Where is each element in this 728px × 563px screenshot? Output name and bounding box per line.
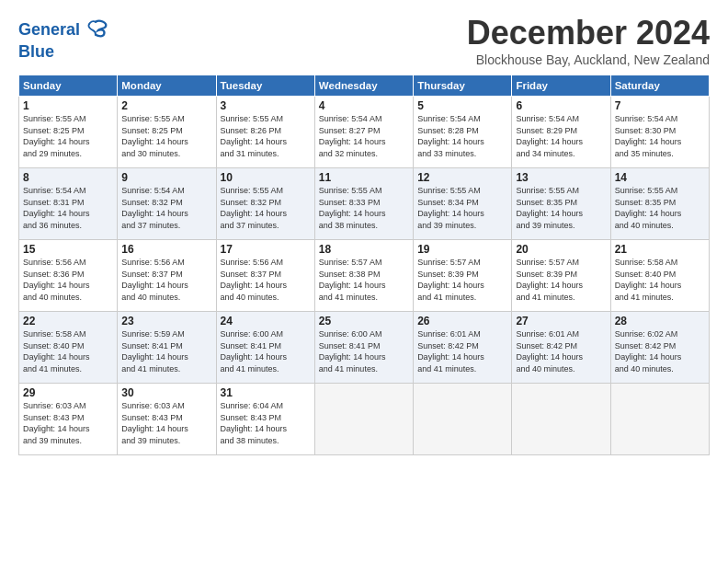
calendar-day-cell: 1Sunrise: 5:55 AMSunset: 8:25 PMDaylight…	[19, 97, 118, 168]
calendar-day-cell: 3Sunrise: 5:55 AMSunset: 8:26 PMDaylight…	[216, 97, 314, 168]
day-number: 18	[319, 243, 409, 256]
calendar-day-cell: 20Sunrise: 5:57 AMSunset: 8:39 PMDayligh…	[512, 240, 610, 312]
calendar-day-cell: 26Sunrise: 6:01 AMSunset: 8:42 PMDayligh…	[414, 312, 512, 384]
day-info: Sunrise: 5:54 AMSunset: 8:30 PMDaylight:…	[615, 113, 705, 159]
day-number: 29	[23, 386, 113, 399]
day-info: Sunrise: 6:02 AMSunset: 8:42 PMDaylight:…	[615, 328, 705, 374]
day-number: 30	[121, 386, 211, 399]
day-info: Sunrise: 5:55 AMSunset: 8:33 PMDaylight:…	[319, 185, 409, 231]
calendar-week-row: 15Sunrise: 5:56 AMSunset: 8:36 PMDayligh…	[19, 240, 710, 312]
page: General Blue December 2024 Blockhouse Ba…	[0, 0, 728, 563]
calendar-day-cell: 29Sunrise: 6:03 AMSunset: 8:43 PMDayligh…	[19, 384, 118, 455]
day-of-week-header: Thursday	[414, 75, 512, 97]
day-number: 21	[615, 243, 705, 256]
day-info: Sunrise: 5:55 AMSunset: 8:35 PMDaylight:…	[516, 185, 606, 231]
calendar-day-cell: 17Sunrise: 5:56 AMSunset: 8:37 PMDayligh…	[216, 240, 314, 312]
logo: General Blue	[18, 17, 108, 62]
title-block: December 2024 Blockhouse Bay, Auckland, …	[467, 14, 710, 67]
calendar-day-cell: 15Sunrise: 5:56 AMSunset: 8:36 PMDayligh…	[19, 240, 118, 312]
calendar-day-cell: 19Sunrise: 5:57 AMSunset: 8:39 PMDayligh…	[414, 240, 512, 312]
day-number: 22	[23, 315, 113, 327]
day-info: Sunrise: 5:55 AMSunset: 8:32 PMDaylight:…	[221, 185, 311, 231]
day-info: Sunrise: 5:55 AMSunset: 8:34 PMDaylight:…	[417, 185, 507, 231]
day-of-week-row: SundayMondayTuesdayWednesdayThursdayFrid…	[19, 75, 710, 97]
day-of-week-header: Friday	[512, 75, 610, 97]
calendar-day-cell: 25Sunrise: 6:00 AMSunset: 8:41 PMDayligh…	[314, 312, 413, 384]
day-number: 9	[121, 171, 211, 184]
day-info: Sunrise: 6:03 AMSunset: 8:43 PMDaylight:…	[121, 400, 211, 446]
day-number: 7	[615, 99, 705, 112]
day-number: 17	[221, 243, 311, 256]
calendar-day-cell: 31Sunrise: 6:04 AMSunset: 8:43 PMDayligh…	[216, 384, 314, 455]
day-info: Sunrise: 5:57 AMSunset: 8:39 PMDaylight:…	[516, 257, 606, 303]
day-number: 6	[516, 99, 606, 112]
calendar-day-cell	[314, 384, 413, 455]
day-info: Sunrise: 6:01 AMSunset: 8:42 PMDaylight:…	[516, 328, 606, 374]
day-number: 31	[221, 386, 311, 399]
day-number: 14	[615, 171, 705, 184]
day-info: Sunrise: 5:54 AMSunset: 8:28 PMDaylight:…	[417, 113, 507, 159]
day-number: 24	[221, 315, 311, 327]
day-number: 26	[417, 315, 507, 327]
day-of-week-header: Tuesday	[216, 75, 314, 97]
calendar-day-cell	[414, 384, 512, 455]
day-number: 15	[23, 243, 113, 256]
header: General Blue December 2024 Blockhouse Ba…	[18, 14, 710, 67]
calendar-week-row: 8Sunrise: 5:54 AMSunset: 8:31 PMDaylight…	[19, 168, 710, 240]
day-number: 11	[319, 171, 409, 184]
day-info: Sunrise: 5:55 AMSunset: 8:25 PMDaylight:…	[121, 113, 211, 159]
month-title: December 2024	[467, 14, 710, 52]
calendar-day-cell: 16Sunrise: 5:56 AMSunset: 8:37 PMDayligh…	[118, 240, 216, 312]
day-number: 25	[319, 315, 409, 327]
day-info: Sunrise: 5:57 AMSunset: 8:39 PMDaylight:…	[417, 257, 507, 303]
calendar-week-row: 22Sunrise: 5:58 AMSunset: 8:40 PMDayligh…	[19, 312, 710, 384]
day-number: 27	[516, 315, 606, 327]
day-number: 3	[221, 99, 311, 112]
calendar-day-cell: 23Sunrise: 5:59 AMSunset: 8:41 PMDayligh…	[118, 312, 216, 384]
day-info: Sunrise: 6:00 AMSunset: 8:41 PMDaylight:…	[319, 328, 409, 374]
day-info: Sunrise: 5:56 AMSunset: 8:36 PMDaylight:…	[23, 257, 113, 303]
day-info: Sunrise: 5:58 AMSunset: 8:40 PMDaylight:…	[615, 257, 705, 303]
day-number: 12	[417, 171, 507, 184]
day-number: 28	[615, 315, 705, 327]
calendar-day-cell: 2Sunrise: 5:55 AMSunset: 8:25 PMDaylight…	[118, 97, 216, 168]
day-info: Sunrise: 5:56 AMSunset: 8:37 PMDaylight:…	[121, 257, 211, 303]
day-of-week-header: Monday	[118, 75, 216, 97]
calendar-day-cell: 9Sunrise: 5:54 AMSunset: 8:32 PMDaylight…	[118, 168, 216, 240]
calendar-body: 1Sunrise: 5:55 AMSunset: 8:25 PMDaylight…	[19, 97, 710, 455]
calendar-day-cell: 8Sunrise: 5:54 AMSunset: 8:31 PMDaylight…	[19, 168, 118, 240]
day-number: 19	[417, 243, 507, 256]
day-info: Sunrise: 5:55 AMSunset: 8:26 PMDaylight:…	[221, 113, 311, 159]
day-info: Sunrise: 6:01 AMSunset: 8:42 PMDaylight:…	[417, 328, 507, 374]
day-number: 20	[516, 243, 606, 256]
day-info: Sunrise: 5:54 AMSunset: 8:32 PMDaylight:…	[121, 185, 211, 231]
day-number: 8	[23, 171, 113, 184]
logo-line1: General	[18, 20, 80, 39]
calendar-day-cell: 22Sunrise: 5:58 AMSunset: 8:40 PMDayligh…	[19, 312, 118, 384]
calendar-day-cell: 28Sunrise: 6:02 AMSunset: 8:42 PMDayligh…	[610, 312, 709, 384]
day-info: Sunrise: 6:04 AMSunset: 8:43 PMDaylight:…	[221, 400, 311, 446]
location: Blockhouse Bay, Auckland, New Zealand	[467, 52, 710, 67]
calendar-day-cell: 7Sunrise: 5:54 AMSunset: 8:30 PMDaylight…	[610, 97, 709, 168]
day-number: 5	[417, 99, 507, 112]
calendar-day-cell: 5Sunrise: 5:54 AMSunset: 8:28 PMDaylight…	[414, 97, 512, 168]
calendar-day-cell	[512, 384, 610, 455]
day-info: Sunrise: 6:00 AMSunset: 8:41 PMDaylight:…	[221, 328, 311, 374]
calendar-day-cell: 24Sunrise: 6:00 AMSunset: 8:41 PMDayligh…	[216, 312, 314, 384]
day-of-week-header: Saturday	[610, 75, 709, 97]
calendar-day-cell: 30Sunrise: 6:03 AMSunset: 8:43 PMDayligh…	[118, 384, 216, 455]
day-info: Sunrise: 5:58 AMSunset: 8:40 PMDaylight:…	[23, 328, 113, 374]
day-info: Sunrise: 5:55 AMSunset: 8:25 PMDaylight:…	[23, 113, 113, 159]
day-info: Sunrise: 5:54 AMSunset: 8:27 PMDaylight:…	[319, 113, 409, 159]
calendar-day-cell: 11Sunrise: 5:55 AMSunset: 8:33 PMDayligh…	[314, 168, 413, 240]
calendar-day-cell: 4Sunrise: 5:54 AMSunset: 8:27 PMDaylight…	[314, 97, 413, 168]
calendar-table: SundayMondayTuesdayWednesdayThursdayFrid…	[18, 75, 710, 455]
calendar-day-cell: 12Sunrise: 5:55 AMSunset: 8:34 PMDayligh…	[414, 168, 512, 240]
calendar-day-cell: 18Sunrise: 5:57 AMSunset: 8:38 PMDayligh…	[314, 240, 413, 312]
calendar-day-cell: 14Sunrise: 5:55 AMSunset: 8:35 PMDayligh…	[610, 168, 709, 240]
calendar-week-row: 1Sunrise: 5:55 AMSunset: 8:25 PMDaylight…	[19, 97, 710, 168]
day-info: Sunrise: 5:57 AMSunset: 8:38 PMDaylight:…	[319, 257, 409, 303]
day-info: Sunrise: 5:54 AMSunset: 8:29 PMDaylight:…	[516, 113, 606, 159]
day-info: Sunrise: 5:54 AMSunset: 8:31 PMDaylight:…	[23, 185, 113, 231]
calendar-day-cell: 10Sunrise: 5:55 AMSunset: 8:32 PMDayligh…	[216, 168, 314, 240]
